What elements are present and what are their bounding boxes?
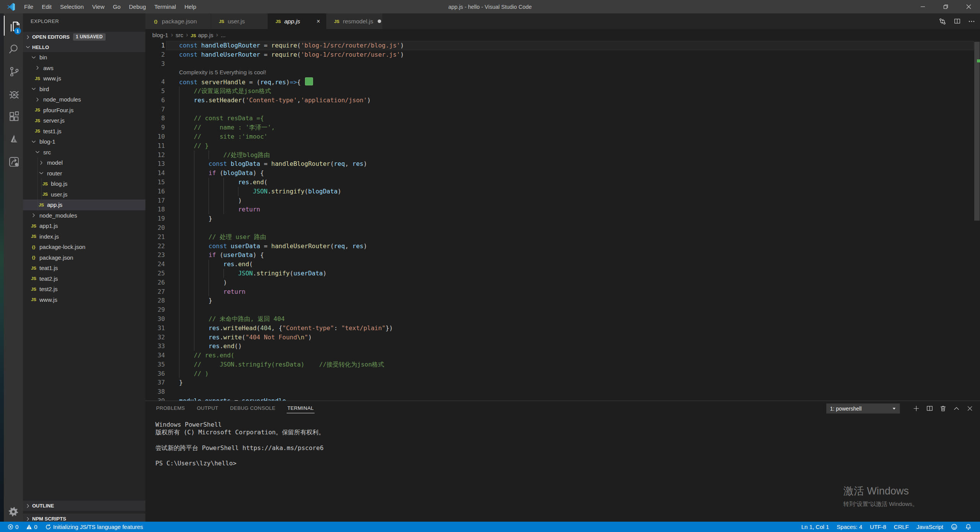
open-changes-button[interactable] [937,16,948,27]
menu-file[interactable]: File [20,0,38,13]
tree-item-test2.js[interactable]: JStest2.js [23,284,145,295]
breadcrumb-separator: › [186,31,188,38]
scrollbar-thumb[interactable] [974,42,980,221]
tree-item-blog-1[interactable]: blog-1 [23,136,145,147]
tree-item-package-lock.json[interactable]: {}package-lock.json [23,242,145,252]
menu-go[interactable]: Go [109,0,125,13]
panel-tab-problems[interactable]: PROBLEMS [155,404,186,413]
menu-edit[interactable]: Edit [38,0,56,13]
status-javascript[interactable]: JavaScript [913,522,947,532]
tree-item-bird[interactable]: bird [23,84,145,95]
tree-item-www.js[interactable]: JSwww.js [23,73,145,84]
tab-resmodel.js[interactable]: JSresmodel.js [326,13,382,29]
tab-app.js[interactable]: JSapp.js× [268,13,326,29]
tree-item-test1.js[interactable]: JStest1.js [23,126,145,137]
status-text: JavaScript [916,524,943,530]
status-warning-icon[interactable]: 0 [22,522,41,532]
panel-tab-debug-console[interactable]: DEBUG CONSOLE [229,404,276,413]
menu-help[interactable]: Help [180,0,201,13]
activity-extension[interactable] [4,151,23,171]
code-text: res.write("404 Not Found\n") [179,333,312,342]
tree-item-app.js[interactable]: JSapp.js [23,200,145,210]
tree-item-aws[interactable]: aws [23,63,145,74]
activity-manage[interactable] [4,502,23,522]
breadcrumb-app.js[interactable]: JSapp.js [191,32,213,38]
npm-scripts-section-header[interactable]: NPM SCRIPTS [23,514,145,522]
activity-search[interactable] [4,38,23,58]
split-terminal-button[interactable] [925,404,934,414]
breadcrumb-...[interactable]: ... [221,32,226,38]
tree-item-node_modules[interactable]: node_modules [23,210,145,221]
split-editor-button[interactable] [952,16,962,27]
code-text: // site :'imooc' [179,132,267,141]
tree-item-model[interactable]: model [23,157,145,168]
tree-item-label: bird [39,86,49,92]
close-tab-icon[interactable]: × [315,18,322,25]
tree-item-pfourFour.js[interactable]: JSpfourFour.js [23,105,145,116]
kill-terminal-button[interactable] [938,404,948,414]
codelens-text[interactable]: Complexity is 5 Everything is cool! [179,69,266,75]
tree-item-app1.js[interactable]: JSapp1.js [23,221,145,231]
maximize-panel-button[interactable] [951,404,961,414]
more-actions-button[interactable] [966,16,977,27]
breadcrumb-blog-1[interactable]: blog-1 [152,32,168,38]
tree-item-node_modules[interactable]: node_modules [23,94,145,105]
tree-item-teat2.js[interactable]: JSteat2.js [23,273,145,284]
tab-user.js[interactable]: JSuser.js [211,13,267,29]
status-crlf[interactable]: CRLF [890,522,913,532]
code-token: = ( [245,79,260,86]
status-smiley-icon[interactable] [947,522,961,532]
code-token: = [260,160,271,167]
terminal-output[interactable]: Windows PowerShell版权所有 (C) Microsoft Cor… [155,421,324,467]
panel-tab-output[interactable]: OUTPUT [196,404,219,413]
tree-item-router[interactable]: router [23,168,145,179]
code-text: // const resData ={ [179,114,264,123]
panel-tab-terminal[interactable]: TERMINAL [287,404,315,413]
open-editors-header[interactable]: OPEN EDITORS 1 UNSAVED [23,32,145,42]
minimize-button[interactable] [911,0,934,13]
status-ln-1-col-1[interactable]: Ln 1, Col 1 [797,522,833,532]
code-text: //处理blog路由 [179,151,270,160]
dirty-dot-icon[interactable] [378,20,381,23]
menu-view[interactable]: View [88,0,109,13]
line-number: 17 [145,196,165,205]
terminal-picker-dropdown[interactable]: 1: powershell [826,403,900,414]
code-token: // const resData ={ [179,115,264,122]
tree-item-server.js[interactable]: JSserver.js [23,115,145,126]
tree-item-www.js[interactable]: JSwww.js [23,295,145,305]
status-error-icon[interactable]: 0 [4,522,22,532]
line-number: 38 [145,387,165,396]
status-utf-8[interactable]: UTF-8 [866,522,890,532]
close-panel-button[interactable] [965,404,975,414]
code-line-34: 34 // res.end( [145,351,974,360]
breadcrumb-src[interactable]: src [176,32,183,38]
tree-item-teat1.js[interactable]: JSteat1.js [23,263,145,273]
workspace-section-header[interactable]: HELLO [23,42,145,52]
status-spaces-4[interactable]: Spaces: 4 [833,522,866,532]
tree-item-package.json[interactable]: {}package.json [23,252,145,263]
activity-debug[interactable] [4,83,23,103]
code-editor[interactable]: 1const handleBlogRouter = require('blog-… [145,41,974,401]
tree-item-bin[interactable]: bin [23,52,145,63]
close-window-button[interactable] [957,0,980,13]
menu-terminal[interactable]: Terminal [150,0,180,13]
code-line-27: 27 return [145,287,974,296]
status-bell-icon[interactable] [961,522,975,532]
status-sync-icon[interactable]: Initializing JS/TS language features [41,522,147,532]
activity-extensions[interactable] [4,106,23,126]
tree-item-src[interactable]: src [23,147,145,158]
code-token: ( [290,270,294,277]
new-terminal-button[interactable] [911,404,921,414]
menu-selection[interactable]: Selection [56,0,88,13]
code-token: writeHead [223,324,257,332]
activity-explorer[interactable]: 1 [4,16,23,36]
activity-source-control[interactable] [4,61,23,81]
outline-section-header[interactable]: OUTLINE [23,501,145,511]
activity-azure[interactable] [4,129,23,149]
tree-item-index.js[interactable]: JSindex.js [23,231,145,242]
menu-debug[interactable]: Debug [125,0,150,13]
restore-button[interactable] [934,0,957,13]
chevron-down-icon [38,170,44,176]
editor-scrollbar[interactable] [974,41,980,401]
tab-package.json[interactable]: {}package.json [145,13,211,29]
